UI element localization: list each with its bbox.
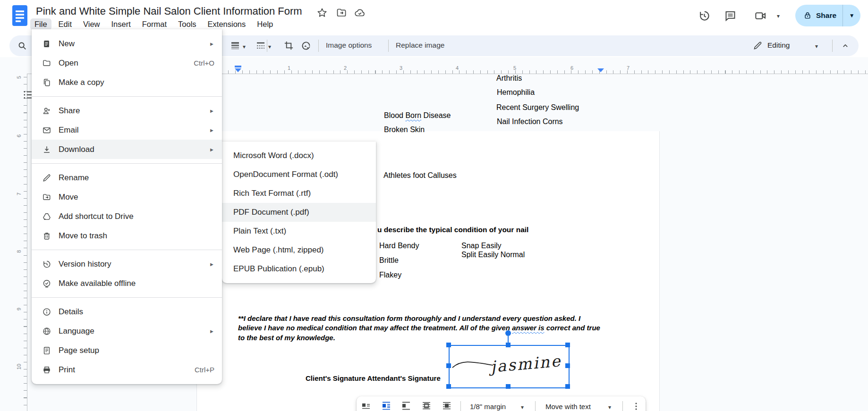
resize-handle-n[interactable]: [506, 343, 511, 347]
menu-item-version-history[interactable]: Version history►: [32, 254, 222, 274]
menu-item-add-shortcut-to-drive[interactable]: Add shortcut to Drive: [32, 207, 222, 226]
resize-handle-nw[interactable]: [446, 343, 451, 347]
menubar-item-file[interactable]: File: [30, 18, 51, 30]
submenu-item-pdf-document-pdf[interactable]: PDF Document (.pdf): [222, 203, 376, 222]
menu-item-download[interactable]: Download►: [32, 140, 222, 159]
behind-text-icon[interactable]: [421, 400, 432, 411]
more-options-icon[interactable]: [631, 401, 641, 411]
submenu-item-rich-text-format-rtf[interactable]: Rich Text Format (.rtf): [222, 184, 376, 203]
menu-item-print[interactable]: PrintCtrl+P: [32, 360, 222, 379]
submenu-item-label: OpenDocument Format (.odt): [233, 170, 338, 179]
meet-camera-icon[interactable]: [754, 9, 767, 22]
move-dropdown-icon[interactable]: ▾: [608, 404, 611, 410]
printer-icon: [42, 365, 51, 375]
menu-item-language[interactable]: Language►: [32, 321, 222, 341]
margin-dropdown-icon[interactable]: ▾: [521, 404, 524, 410]
submenu-arrow-icon: ►: [209, 328, 214, 334]
menu-item-move[interactable]: Move: [32, 187, 222, 207]
border-dash-dropdown-icon[interactable]: ▾: [268, 44, 271, 50]
resize-handle-e[interactable]: [565, 363, 570, 368]
star-icon[interactable]: [316, 7, 328, 18]
resize-handle-w[interactable]: [446, 363, 451, 368]
resize-handle-ne[interactable]: [565, 343, 570, 347]
offline-check-icon: [42, 279, 51, 288]
signature-image[interactable]: jasmine: [450, 346, 567, 386]
menu-item-new[interactable]: New►: [32, 34, 222, 53]
crop-icon[interactable]: [283, 40, 294, 51]
move-folder-icon[interactable]: [336, 7, 347, 18]
right-indent-marker[interactable]: [597, 68, 604, 72]
comments-icon[interactable]: [724, 9, 737, 22]
menu-item-make-available-offline[interactable]: Make available offline: [32, 274, 222, 293]
menu-item-page-setup[interactable]: Page setup: [32, 341, 222, 360]
submenu-item-epub-publication-epub[interactable]: EPUB Publication (.epub): [222, 260, 376, 278]
cloud-saved-icon[interactable]: [354, 7, 366, 18]
resize-handle-se[interactable]: [565, 384, 570, 389]
move-with-text-selector[interactable]: Move with text: [545, 403, 591, 411]
inline-image-icon[interactable]: [360, 400, 372, 411]
menu-item-label: Details: [59, 307, 83, 317]
menu-item-email[interactable]: Email►: [32, 120, 222, 140]
menubar-item-edit[interactable]: Edit: [54, 18, 76, 30]
resize-handle-sw[interactable]: [446, 384, 451, 389]
menu-item-share[interactable]: Share►: [32, 101, 222, 120]
share-button-group: Share ▼: [795, 5, 860, 26]
v-ruler-number: 5: [16, 76, 22, 79]
menubar-item-help[interactable]: Help: [253, 18, 277, 30]
menubar-item-view[interactable]: View: [79, 18, 104, 30]
drive-shortcut-icon: [42, 212, 51, 221]
menu-item-label: Open: [59, 59, 78, 68]
break-text-icon[interactable]: [400, 400, 412, 411]
menu-item-move-to-trash[interactable]: Move to trash: [32, 226, 222, 245]
resize-handle-s[interactable]: [506, 384, 511, 389]
menu-item-rename[interactable]: Rename: [32, 168, 222, 187]
doc-text-condition: Hemophilia: [497, 88, 535, 97]
menubar-item-insert[interactable]: Insert: [107, 18, 135, 30]
document-title[interactable]: Pink and White Simple Nail Salon Client …: [36, 5, 302, 17]
envelope-icon: [42, 126, 51, 135]
menu-divider: [32, 163, 222, 164]
menu-item-label: Email: [59, 126, 79, 135]
vertical-ruler[interactable]: [24, 77, 27, 411]
front-text-icon[interactable]: [441, 400, 452, 411]
submenu-item-opendocument-format-odt[interactable]: OpenDocument Format (.odt): [222, 165, 376, 184]
meet-dropdown-icon[interactable]: ▾: [777, 13, 780, 19]
v-ruler-number: 10: [16, 364, 22, 369]
rotation-handle[interactable]: [505, 330, 511, 336]
line-weight-dropdown-icon[interactable]: ▾: [243, 44, 246, 50]
left-indent-marker[interactable]: [235, 68, 241, 72]
menubar-item-extensions[interactable]: Extensions: [204, 18, 250, 30]
wrap-text-icon[interactable]: [381, 400, 392, 411]
image-options-button[interactable]: Image options: [326, 41, 372, 50]
border-dash-icon[interactable]: [255, 40, 266, 51]
share-button[interactable]: Share: [795, 5, 842, 26]
menu-item-open[interactable]: OpenCtrl+O: [32, 53, 222, 73]
submenu-item-web-page-html-zipped[interactable]: Web Page (.html, zipped): [222, 241, 376, 260]
submenu-item-microsoft-word-docx[interactable]: Microsoft Word (.docx): [222, 146, 376, 165]
menu-item-make-a-copy[interactable]: Make a copy: [32, 73, 222, 92]
replace-image-icon[interactable]: [300, 40, 312, 51]
doc-declaration-line3: to the best of my knowledge.: [238, 334, 335, 342]
grammar-underline: answer is: [512, 324, 544, 332]
menubar-item-format[interactable]: Format: [138, 18, 171, 30]
replace-image-button[interactable]: Replace image: [396, 41, 444, 50]
share-button-label: Share: [816, 11, 836, 20]
submenu-item-plain-text-txt[interactable]: Plain Text (.txt): [222, 222, 376, 241]
docs-logo[interactable]: [12, 5, 28, 26]
image-margin-selector[interactable]: 1/8" margin: [470, 403, 506, 411]
share-dropdown-button[interactable]: ▼: [842, 5, 860, 26]
mode-selector[interactable]: Editing: [767, 41, 790, 50]
version-history-icon[interactable]: [698, 9, 711, 22]
menu-item-details[interactable]: Details: [32, 302, 222, 321]
search-icon[interactable]: [17, 41, 27, 51]
first-line-indent-marker[interactable]: [235, 66, 241, 67]
submenu-arrow-icon: ►: [209, 108, 214, 114]
google-docs-window: 1234567 5678910 Arthritis Hemophilia Rec…: [0, 0, 868, 411]
menubar-item-tools[interactable]: Tools: [174, 18, 201, 30]
line-weight-icon[interactable]: [230, 40, 241, 51]
menu-item-label: Add shortcut to Drive: [59, 212, 134, 221]
menu-item-label: Page setup: [59, 346, 99, 355]
horizontal-ruler[interactable]: [200, 70, 867, 74]
mode-dropdown-icon[interactable]: ▾: [815, 43, 818, 49]
collapse-toolbar-icon[interactable]: [841, 41, 850, 50]
